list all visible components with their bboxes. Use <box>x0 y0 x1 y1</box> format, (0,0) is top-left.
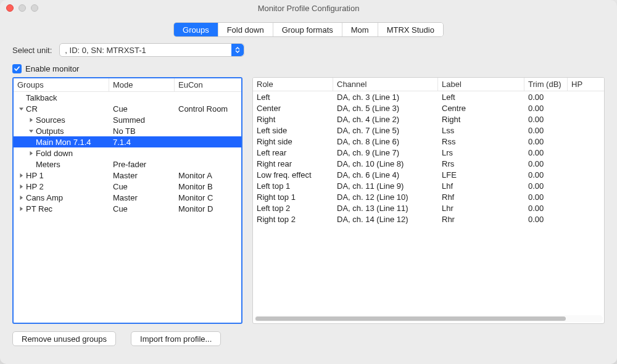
tree-row[interactable]: MetersPre-fader <box>14 159 241 170</box>
titlebar: Monitor Profile Configuration <box>0 0 617 16</box>
tree-row[interactable]: SourcesSummed <box>14 114 241 125</box>
cell-mode: No TB <box>109 126 175 136</box>
table-row[interactable]: Right top 1DA, ch. 12 (Line 10)Rhf0.00 <box>253 191 604 202</box>
cell-role: Left side <box>253 126 333 135</box>
unit-row: Select unit: , ID: 0, SN: MTRXST-1 <box>12 43 605 57</box>
cell-eucon: Monitor B <box>175 182 241 191</box>
cell-trim: 0.00 <box>524 159 568 168</box>
table-row[interactable]: Right rearDA, ch. 10 (Line 8)Rrs0.00 <box>253 158 604 169</box>
cell-mode: Summed <box>109 115 175 125</box>
tab-fold-down[interactable]: Fold down <box>218 23 273 36</box>
tab-mom[interactable]: Mom <box>342 23 378 36</box>
th-role[interactable]: Role <box>253 78 333 91</box>
table-row[interactable]: Low freq. effectDA, ch. 6 (Line 4)LFE0.0… <box>253 169 604 180</box>
cell-label: LFE <box>438 170 524 180</box>
import-profile-button[interactable]: Import from profile... <box>131 331 221 346</box>
disclosure-right-icon[interactable] <box>19 171 25 180</box>
select-unit-label: Select unit: <box>12 46 52 55</box>
cell-trim: 0.00 <box>524 204 568 213</box>
tree-row[interactable]: HP 2CueMonitor B <box>14 181 241 192</box>
cell-label: Centre <box>438 104 524 113</box>
select-unit-dropdown[interactable]: , ID: 0, SN: MTRXST-1 <box>59 43 244 57</box>
cell-name: Fold down <box>14 149 109 158</box>
disclosure-down-icon[interactable] <box>19 104 25 114</box>
cell-channel: DA, ch. 4 (Line 2) <box>333 115 438 124</box>
cell-eucon: Monitor A <box>175 171 241 180</box>
cell-mode: Pre-fader <box>109 160 175 169</box>
table-row[interactable]: RightDA, ch. 4 (Line 2)Right0.00 <box>253 114 604 125</box>
cell-role: Right <box>253 115 333 124</box>
cell-channel: DA, ch. 8 (Line 6) <box>333 137 438 146</box>
disclosure-right-icon[interactable] <box>19 182 25 191</box>
cell-role: Left top 1 <box>253 181 333 191</box>
th-label[interactable]: Label <box>438 78 524 91</box>
cell-eucon: Monitor C <box>175 193 241 202</box>
tree-row[interactable]: OutputsNo TB <box>14 125 241 136</box>
cell-channel: DA, ch. 14 (Line 12) <box>333 215 438 224</box>
dropdown-arrows-icon <box>231 44 244 56</box>
cell-name: Sources <box>14 115 109 125</box>
tab-group-formats[interactable]: Group formats <box>273 23 342 36</box>
cell-trim: 0.00 <box>524 137 568 146</box>
cell-name: PT Rec <box>14 204 109 213</box>
channels-panel: Role Channel Label Trim (dB) HP LeftDA, … <box>252 77 605 324</box>
th-trim[interactable]: Trim (dB) <box>524 78 568 91</box>
enable-monitor-checkbox[interactable] <box>12 64 22 73</box>
tab-groups[interactable]: Groups <box>174 23 218 36</box>
disclosure-down-icon[interactable] <box>28 126 35 136</box>
enable-monitor-label: Enable monitor <box>25 64 79 73</box>
select-unit-value: , ID: 0, SN: MTRXST-1 <box>65 46 146 55</box>
cell-role: Right side <box>253 137 333 146</box>
tree-row[interactable]: Main Mon 7.1.47.1.4 <box>14 136 241 147</box>
disclosure-right-icon[interactable] <box>28 115 35 125</box>
groups-panel: Groups Mode EuCon TalkbackCRCueControl R… <box>12 77 242 324</box>
cell-label: Rhf <box>438 192 524 202</box>
tree-row[interactable]: CRCueControl Room <box>14 103 241 114</box>
table-row[interactable]: LeftDA, ch. 3 (Line 1)Left0.00 <box>253 91 604 102</box>
cell-label: Lss <box>438 126 524 135</box>
table-row[interactable]: Right top 2DA, ch. 14 (Line 12)Rhr0.00 <box>253 213 604 225</box>
cell-trim: 0.00 <box>524 215 568 224</box>
table-row[interactable]: Left sideDA, ch. 7 (Line 5)Lss0.00 <box>253 125 604 136</box>
tree-row[interactable]: Fold down <box>14 147 241 159</box>
cell-name: Outputs <box>14 126 109 136</box>
groups-header: Groups Mode EuCon <box>14 78 241 92</box>
th-channel[interactable]: Channel <box>333 78 438 91</box>
table-row[interactable]: Right sideDA, ch. 8 (Line 6)Rss0.00 <box>253 136 604 147</box>
tab-mtrx-studio[interactable]: MTRX Studio <box>378 23 443 36</box>
groups-body: TalkbackCRCueControl RoomSourcesSummedOu… <box>14 92 241 214</box>
table-row[interactable]: Left rearDA, ch. 9 (Line 7)Lrs0.00 <box>253 147 604 158</box>
th-hp[interactable]: HP <box>568 78 586 91</box>
cell-trim: 0.00 <box>524 93 568 102</box>
disclosure-right-icon[interactable] <box>19 204 25 213</box>
cell-name: Main Mon 7.1.4 <box>14 138 109 147</box>
tree-row[interactable]: Talkback <box>14 92 241 103</box>
tree-row[interactable]: PT RecCueMonitor D <box>14 203 241 214</box>
cell-label: Lhr <box>438 204 524 213</box>
cell-role: Low freq. effect <box>253 170 333 180</box>
horizontal-scrollbar[interactable] <box>254 315 603 322</box>
tree-row[interactable]: HP 1MasterMonitor A <box>14 170 241 181</box>
th-mode[interactable]: Mode <box>109 78 175 91</box>
th-eucon[interactable]: EuCon <box>175 78 241 91</box>
remove-unused-button[interactable]: Remove unused groups <box>12 331 116 346</box>
cell-mode: Master <box>109 171 175 180</box>
disclosure-right-icon[interactable] <box>19 193 25 202</box>
table-row[interactable]: CenterDA, ch. 5 (Line 3)Centre0.00 <box>253 102 604 114</box>
cell-eucon: Control Room <box>175 104 241 114</box>
table-row[interactable]: Left top 1DA, ch. 11 (Line 9)Lhf0.00 <box>253 180 604 191</box>
cell-label: Left <box>438 93 524 102</box>
cell-channel: DA, ch. 5 (Line 3) <box>333 104 438 113</box>
cell-role: Left <box>253 93 333 102</box>
tab-segment: GroupsFold downGroup formatsMomMTRX Stud… <box>173 22 444 37</box>
th-groups[interactable]: Groups <box>14 78 109 91</box>
scrollbar-thumb[interactable] <box>255 316 566 321</box>
window: Monitor Profile Configuration GroupsFold… <box>0 0 617 364</box>
disclosure-right-icon[interactable] <box>28 149 35 158</box>
cell-name: Meters <box>14 160 109 169</box>
cell-role: Right top 1 <box>253 192 333 202</box>
table-row[interactable]: Left top 2DA, ch. 13 (Line 11)Lhr0.00 <box>253 202 604 213</box>
window-title: Monitor Profile Configuration <box>6 4 611 13</box>
tree-row[interactable]: Cans AmpMasterMonitor C <box>14 192 241 203</box>
cell-channel: DA, ch. 6 (Line 4) <box>333 170 438 180</box>
